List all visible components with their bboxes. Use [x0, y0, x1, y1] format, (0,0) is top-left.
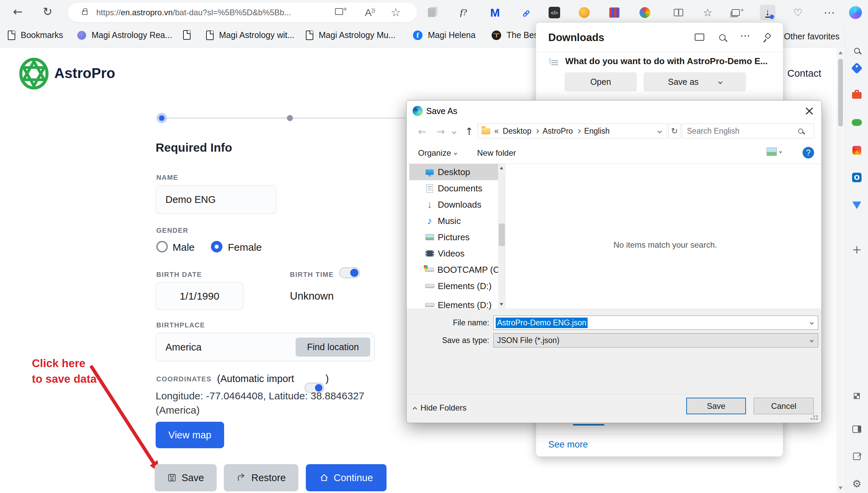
- nav-contact[interactable]: Contact: [787, 68, 821, 79]
- dialog-forward-icon[interactable]: →: [436, 126, 445, 137]
- gender-female-label[interactable]: Female: [228, 242, 262, 253]
- breadcrumb[interactable]: « Desktop AstroPro English: [478, 124, 667, 138]
- dialog-back-icon[interactable]: ←: [418, 126, 427, 137]
- read-aloud-icon[interactable]: A)): [365, 7, 375, 18]
- scroll-up-arrow[interactable]: [839, 51, 843, 54]
- partially-hidden-link[interactable]: [573, 424, 604, 425]
- continue-button[interactable]: Continue: [306, 464, 387, 491]
- downloads-more-icon[interactable]: ⋯: [740, 30, 751, 41]
- dialog-search-input[interactable]: [687, 127, 795, 136]
- breadcrumb-english[interactable]: English: [584, 127, 610, 136]
- resize-grip[interactable]: [813, 415, 815, 417]
- sidebar-panel-toggle-icon[interactable]: [849, 421, 865, 437]
- workspaces-icon[interactable]: [335, 8, 343, 15]
- dialog-titlebar[interactable]: Save As ×: [407, 100, 822, 121]
- code-extension-icon[interactable]: </>: [547, 5, 562, 20]
- settings-menu-icon[interactable]: ⋯: [822, 5, 837, 20]
- see-more-link[interactable]: See more: [548, 439, 588, 450]
- new-folder-button[interactable]: New folder: [477, 148, 516, 158]
- tree-scrollbar-thumb[interactable]: [499, 224, 505, 246]
- gender-male-label[interactable]: Male: [173, 242, 195, 253]
- tree-scrollbar[interactable]: [498, 164, 506, 308]
- breadcrumb-desktop[interactable]: Desktop: [503, 127, 531, 136]
- copilot-icon[interactable]: [848, 5, 863, 20]
- sidebar-add-icon[interactable]: +: [849, 241, 865, 258]
- name-input[interactable]: Demo ENG: [156, 185, 276, 214]
- dialog-save-button[interactable]: Save: [686, 398, 746, 414]
- sidebar-shopping-icon[interactable]: [849, 60, 865, 76]
- dialog-refresh-icon[interactable]: ↻: [668, 124, 680, 138]
- collections-icon[interactable]: +: [730, 5, 746, 20]
- sidebar-tools-icon[interactable]: [849, 87, 865, 103]
- view-mode-button[interactable]: [767, 148, 782, 156]
- bookmark-item[interactable]: Magi Astrology Rea...: [77, 30, 172, 40]
- link-extension-icon[interactable]: [517, 5, 533, 20]
- search-downloads-icon[interactable]: [719, 34, 726, 42]
- favorite-star-icon[interactable]: ☆: [391, 5, 401, 19]
- hide-folders-button[interactable]: Hide Folders: [413, 403, 467, 413]
- file-name-dropdown-icon[interactable]: [810, 321, 813, 324]
- stepper-dot-2[interactable]: [287, 115, 293, 121]
- documents-extension-icon[interactable]: [424, 5, 439, 20]
- folder-tree-item-downloads[interactable]: ↓ Downloads: [409, 196, 498, 213]
- open-downloads-folder-icon[interactable]: [695, 34, 704, 42]
- back-icon[interactable]: ←: [13, 5, 23, 18]
- scrollbar-thumb[interactable]: [838, 59, 843, 127]
- folder-tree-item-elements[interactable]: Elements (D:): [409, 278, 498, 294]
- site-header-logo[interactable]: [19, 58, 49, 90]
- address-bar[interactable]: https://en.astropro.vn/bat-dau?sl=%5B%5D…: [68, 3, 417, 22]
- bookmark-item[interactable]: [183, 30, 191, 40]
- organize-menu[interactable]: Organize: [418, 148, 457, 158]
- folder-tree-item-videos[interactable]: Videos: [409, 245, 498, 262]
- dialog-cancel-button[interactable]: Cancel: [754, 398, 814, 414]
- folder-tree-item-desktop[interactable]: Desktop: [409, 164, 498, 180]
- browser-essentials-icon[interactable]: ♡: [790, 5, 806, 20]
- pin-downloads-icon[interactable]: [764, 33, 769, 43]
- gender-radio-male[interactable]: [156, 241, 168, 252]
- save-as-button[interactable]: Save as: [644, 72, 746, 91]
- dialog-search-box[interactable]: [682, 124, 814, 138]
- bookmark-item[interactable]: Bookmarks: [8, 30, 63, 40]
- bookmark-item[interactable]: Magi Astrology wit...: [206, 30, 294, 40]
- seo-extension-icon[interactable]: [576, 5, 592, 20]
- folder-tree-item-music[interactable]: ♪ Music: [409, 213, 498, 229]
- scroll-down-arrow[interactable]: [839, 487, 843, 490]
- apps-grid-icon[interactable]: [849, 388, 865, 404]
- open-button[interactable]: Open: [565, 72, 637, 91]
- tree-scroll-up-icon[interactable]: [500, 167, 503, 169]
- file-name-input[interactable]: AstroPro-Demo ENG.json: [493, 316, 818, 330]
- breadcrumb-astropro[interactable]: AstroPro: [542, 127, 573, 136]
- save-type-select[interactable]: JSON File (*.json): [493, 333, 818, 347]
- dialog-history-chevron-icon[interactable]: [452, 130, 456, 134]
- bookmark-item[interactable]: f Magi Helena: [413, 30, 475, 40]
- restore-button[interactable]: Restore: [224, 464, 298, 491]
- page-scrollbar[interactable]: [836, 48, 845, 493]
- sidebar-outlook-icon[interactable]: O: [849, 169, 865, 186]
- bookmark-item[interactable]: Magi Astrology Mu...: [306, 30, 395, 40]
- sidebar-search-icon[interactable]: [849, 42, 865, 59]
- other-favorites[interactable]: Other favorites: [784, 32, 840, 41]
- sidebar-drop-icon[interactable]: [849, 197, 865, 213]
- tree-scroll-down-icon[interactable]: [500, 303, 503, 306]
- folder-tree-item-documents[interactable]: Documents: [409, 180, 498, 196]
- page-save-button[interactable]: Save: [155, 464, 217, 491]
- dialog-search-icon[interactable]: [798, 129, 803, 134]
- refresh-icon[interactable]: ↻: [43, 5, 53, 18]
- split-screen-icon[interactable]: [671, 5, 686, 20]
- folder-tree-item-elements-2[interactable]: Elements (D:): [409, 298, 498, 312]
- lock-icon[interactable]: [82, 11, 87, 15]
- pinwheel-extension-icon[interactable]: [637, 5, 653, 20]
- save-type-dropdown-icon[interactable]: [810, 338, 813, 342]
- brand-name[interactable]: AstroPro: [54, 65, 115, 81]
- breadcrumb-dropdown-icon[interactable]: [657, 129, 662, 133]
- f-question-extension-icon[interactable]: f?: [456, 5, 471, 20]
- settings-gear-icon[interactable]: ⚙: [849, 475, 865, 492]
- sidebar-games-icon[interactable]: [849, 114, 865, 131]
- folder-tree-item-bootcamp[interactable]: BOOTCAMP (C:): [409, 262, 498, 278]
- sidebar-m365-icon[interactable]: [849, 142, 865, 158]
- help-icon[interactable]: ?: [803, 147, 814, 158]
- dialog-up-icon[interactable]: ↑: [465, 126, 473, 137]
- folder-tree-item-pictures[interactable]: Pictures: [409, 229, 498, 245]
- flag-extension-icon[interactable]: [607, 5, 622, 20]
- favorites-hub-icon[interactable]: ☆: [700, 5, 715, 20]
